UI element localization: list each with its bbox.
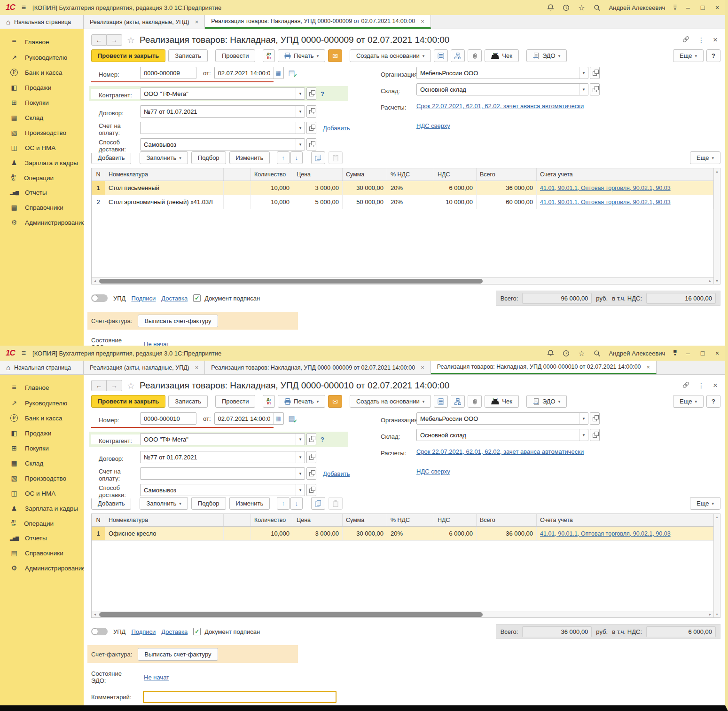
counterparty-check-link[interactable]: ? <box>321 436 324 443</box>
sidebar-item-home[interactable]: ≡ Главное <box>0 34 84 50</box>
main-menu-icon[interactable]: ≡ <box>22 3 26 12</box>
dropdown-icon[interactable]: ▾ <box>296 451 305 463</box>
issue-invoice-button[interactable]: Выписать счет-фактуру <box>138 315 218 327</box>
sidebar-item-operations[interactable]: Дт Кт Операции <box>0 516 84 531</box>
attachments-button[interactable] <box>468 49 482 62</box>
save-button[interactable]: Записать <box>168 49 208 62</box>
open-warehouse-icon[interactable] <box>590 429 600 441</box>
close-window-icon[interactable]: × <box>714 4 720 11</box>
related-documents-button[interactable] <box>434 49 448 62</box>
attachments-button[interactable] <box>468 395 482 408</box>
history-icon[interactable] <box>562 349 570 357</box>
add-invoice-link[interactable]: Добавить <box>323 125 350 132</box>
user-name[interactable]: Андрей Алексеевич <box>609 350 665 357</box>
edo-button[interactable]: ЭДО▾ <box>526 49 567 62</box>
scroll-right-icon[interactable]: ▸ <box>707 279 713 283</box>
post-and-close-button[interactable]: Провести и закрыть <box>91 49 165 62</box>
table-more-button[interactable]: Еще▾ <box>690 151 720 164</box>
close-form-icon[interactable]: × <box>713 381 718 390</box>
vat-mode-link[interactable]: НДС сверху <box>416 122 450 129</box>
help-button[interactable]: ? <box>706 395 720 408</box>
sidebar-item-home[interactable]: ≡ Главное <box>0 379 84 395</box>
notifications-bell-icon[interactable] <box>547 349 554 357</box>
delivery-method-input[interactable] <box>141 485 296 495</box>
warehouse-input[interactable] <box>417 430 579 440</box>
scrollbar-thumb[interactable] <box>99 279 483 284</box>
dropdown-icon[interactable]: ▾ <box>296 106 305 117</box>
maximize-icon[interactable]: □ <box>699 4 706 11</box>
tab-close-icon[interactable]: × <box>421 18 424 25</box>
scroll-left-icon[interactable]: ◂ <box>92 612 98 616</box>
issue-invoice-button[interactable]: Выписать счет-фактуру <box>138 648 218 661</box>
create-based-on-button[interactable]: Создать на основании▾ <box>350 395 431 408</box>
favorites-star-icon[interactable]: ☆ <box>578 349 585 357</box>
delivery-method-input[interactable] <box>141 139 296 150</box>
close-window-icon[interactable]: × <box>714 349 720 357</box>
receipt-button[interactable]: Чек <box>485 395 519 408</box>
dropdown-icon[interactable]: ▾ <box>579 429 588 441</box>
add-invoice-link[interactable]: Добавить <box>323 470 350 477</box>
back-button[interactable]: ← <box>91 34 107 46</box>
paste-rows-button[interactable] <box>329 151 343 164</box>
sidebar-item-catalogs[interactable]: ▤ Справочники <box>0 200 84 215</box>
open-delivery-icon[interactable] <box>306 138 316 150</box>
table-row[interactable]: 1 Офисное кресло 10,000 3 000,00 30 000,… <box>92 527 713 541</box>
signatures-link[interactable]: Подписи <box>131 628 156 635</box>
dropdown-icon[interactable]: ▾ <box>296 484 305 496</box>
date-input[interactable] <box>215 68 273 78</box>
history-icon[interactable] <box>562 4 570 11</box>
table-more-button[interactable]: Еще▾ <box>690 497 720 510</box>
open-invoice-icon[interactable] <box>306 122 316 134</box>
sidebar-item-reports[interactable]: ▂▅▇ Отчеты <box>0 531 84 545</box>
more-button[interactable]: Еще▾ <box>673 49 704 62</box>
open-contract-icon[interactable] <box>306 105 316 118</box>
settlements-link[interactable]: Срок 22.07.2021, 62.01, 62.02, зачет ава… <box>416 103 584 110</box>
table-row[interactable]: 2 Стол эргономичный (левый) х41.03Л 10,0… <box>92 195 713 209</box>
organization-input[interactable] <box>417 413 579 424</box>
send-email-button[interactable]: ✉ <box>328 395 342 408</box>
delivery-link[interactable]: Доставка <box>161 628 188 635</box>
scroll-down-icon[interactable]: ▾ <box>714 612 720 616</box>
maximize-icon[interactable]: □ <box>699 349 706 357</box>
close-form-icon[interactable]: × <box>713 35 718 45</box>
edo-status-link[interactable]: Не начат <box>144 674 169 681</box>
dtkt-postings-button[interactable]: ДтКт <box>263 395 275 408</box>
create-based-on-button[interactable]: Создать на основании▾ <box>350 49 431 62</box>
table-row[interactable]: 1 Стол письменный 10,000 3 000,00 30 000… <box>92 181 713 195</box>
horizontal-scrollbar[interactable]: ◂ ▸ <box>92 611 713 617</box>
favorites-star-icon[interactable]: ☆ <box>578 4 585 11</box>
sidebar-item-operations[interactable]: Дт Кт Операции <box>0 170 84 185</box>
delivery-link[interactable]: Доставка <box>161 295 188 302</box>
sidebar-item-production[interactable]: ▧ Производство <box>0 471 84 486</box>
get-link-icon[interactable] <box>682 381 689 390</box>
tab-document-0009[interactable]: Реализация товаров: Накладная, УПД 0000-… <box>205 15 431 29</box>
more-vertical-icon[interactable]: ⋮ <box>698 382 705 389</box>
sidebar-item-bank[interactable]: ₽ Банк и касса <box>0 411 84 426</box>
dropdown-icon[interactable]: ▾ <box>579 84 588 95</box>
open-warehouse-icon[interactable] <box>590 83 600 95</box>
sidebar-item-os-nma[interactable]: ◫ ОС и НМА <box>0 140 84 155</box>
settlements-link[interactable]: Срок 22.07.2021, 62.01, 62.02, зачет ава… <box>416 448 584 455</box>
search-icon[interactable] <box>593 4 601 11</box>
document-posted-icon[interactable]: ▤✓ <box>289 69 295 77</box>
sidebar-item-admin[interactable]: ⚙ Администрирование <box>0 561 84 576</box>
settings-menu-icon[interactable]: ≡▾ <box>673 4 677 11</box>
dropdown-icon[interactable]: ▾ <box>296 122 305 134</box>
favorite-star-icon[interactable]: ☆ <box>127 35 135 46</box>
print-button[interactable]: Печать▾ <box>278 49 325 62</box>
counterparty-check-link[interactable]: ? <box>321 90 324 97</box>
invoice-for-payment-input[interactable] <box>141 123 296 133</box>
document-signed-checkbox[interactable]: ✓ <box>193 628 201 635</box>
scroll-up-icon[interactable]: ▴ <box>714 169 720 174</box>
accounts-link[interactable]: 41.01, 90.01.1, Оптовая торговля, 90.02.… <box>540 185 671 191</box>
more-vertical-icon[interactable]: ⋮ <box>698 36 705 44</box>
calendar-icon[interactable]: ▦ <box>273 67 283 79</box>
paste-rows-button[interactable] <box>329 497 343 510</box>
number-input[interactable] <box>140 67 196 79</box>
save-button[interactable]: Записать <box>168 395 208 408</box>
scroll-up-icon[interactable]: ▴ <box>714 515 720 519</box>
sidebar-item-reports[interactable]: ▂▅▇ Отчеты <box>0 185 84 200</box>
search-icon[interactable] <box>593 349 601 357</box>
tab-close-icon[interactable]: × <box>647 363 650 371</box>
minimize-icon[interactable]: – <box>685 349 691 357</box>
